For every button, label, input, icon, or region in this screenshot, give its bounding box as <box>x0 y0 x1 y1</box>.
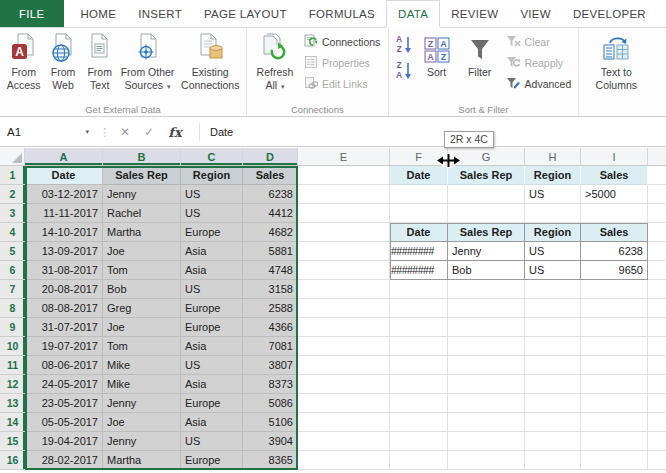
column-header-B[interactable]: B <box>103 148 181 166</box>
tab-formulas[interactable]: FORMULAS <box>298 0 386 27</box>
cell-B1[interactable]: Sales Rep <box>103 166 181 185</box>
cell-J8[interactable] <box>648 299 666 318</box>
cell-E13[interactable] <box>298 394 390 413</box>
row-header-9[interactable]: 9 <box>0 318 25 337</box>
column-header-I[interactable]: I <box>581 148 648 166</box>
cell-E16[interactable] <box>298 451 390 470</box>
cell-J13[interactable] <box>648 394 666 413</box>
cell-D10[interactable]: 7081 <box>243 337 298 356</box>
cell-J15[interactable] <box>648 432 666 451</box>
cell-H9[interactable] <box>525 318 581 337</box>
from-text-button[interactable]: From Text <box>82 29 118 92</box>
cell-J3[interactable] <box>648 204 666 223</box>
row-header-14[interactable]: 14 <box>0 413 25 432</box>
cell-D13[interactable]: 5086 <box>243 394 298 413</box>
cell-A7[interactable]: 20-08-2017 <box>25 280 103 299</box>
from-other-sources-button[interactable]: From Other Sources ▾ <box>118 29 178 92</box>
cell-D1[interactable]: Sales <box>243 166 298 185</box>
cell-E2[interactable] <box>298 185 390 204</box>
cell-E4[interactable] <box>298 223 390 242</box>
from-web-button[interactable]: From Web <box>44 29 82 92</box>
cell-D4[interactable]: 4682 <box>243 223 298 242</box>
cell-F11[interactable] <box>390 356 448 375</box>
cell-D16[interactable]: 8365 <box>243 451 298 470</box>
formula-bar-sizer[interactable]: ⋮ <box>96 126 113 139</box>
cell-G14[interactable] <box>448 413 525 432</box>
cell-F12[interactable] <box>390 375 448 394</box>
sort-ascending-button[interactable]: AZ <box>392 32 416 56</box>
cell-I6[interactable]: 9650 <box>581 261 648 280</box>
cell-E3[interactable] <box>298 204 390 223</box>
edit-links-button[interactable]: Edit Links <box>300 73 384 94</box>
filter-button[interactable]: Filter <box>458 29 502 79</box>
row-header-8[interactable]: 8 <box>0 299 25 318</box>
cell-C6[interactable]: Asia <box>181 261 243 280</box>
name-box-caret-icon[interactable]: ▾ <box>85 128 89 136</box>
cell-A14[interactable]: 05-05-2017 <box>25 413 103 432</box>
cell-H3[interactable] <box>525 204 581 223</box>
cell-A9[interactable]: 31-07-2017 <box>25 318 103 337</box>
tab-review[interactable]: REVIEW <box>440 0 509 27</box>
cell-F3[interactable] <box>390 204 448 223</box>
cell-I15[interactable] <box>581 432 648 451</box>
cell-I9[interactable] <box>581 318 648 337</box>
cell-G9[interactable] <box>448 318 525 337</box>
cell-D15[interactable]: 3904 <box>243 432 298 451</box>
column-header-H[interactable]: H <box>525 148 581 166</box>
cell-H8[interactable] <box>525 299 581 318</box>
tab-insert[interactable]: INSERT <box>127 0 193 27</box>
enter-button[interactable]: ✓ <box>137 125 161 139</box>
tab-file[interactable]: FILE <box>0 0 64 27</box>
cell-E12[interactable] <box>298 375 390 394</box>
cell-F5[interactable]: ######## <box>390 242 448 261</box>
cell-J12[interactable] <box>648 375 666 394</box>
cell-B6[interactable]: Tom <box>103 261 181 280</box>
cell-J7[interactable] <box>648 280 666 299</box>
refresh-all-button[interactable]: Refresh All ▾ <box>250 29 300 92</box>
cell-D8[interactable]: 2588 <box>243 299 298 318</box>
cell-B5[interactable]: Joe <box>103 242 181 261</box>
cell-E6[interactable] <box>298 261 390 280</box>
cell-H10[interactable] <box>525 337 581 356</box>
row-header-16[interactable]: 16 <box>0 451 25 470</box>
cell-I7[interactable] <box>581 280 648 299</box>
cell-A4[interactable]: 14-10-2017 <box>25 223 103 242</box>
name-box[interactable]: A1 ▾ <box>0 118 96 146</box>
cell-H7[interactable] <box>525 280 581 299</box>
cell-I10[interactable] <box>581 337 648 356</box>
cell-B16[interactable]: Martha <box>103 451 181 470</box>
cell-B7[interactable]: Bob <box>103 280 181 299</box>
column-header-A[interactable]: A <box>25 148 103 166</box>
column-header-E[interactable]: E <box>298 148 390 166</box>
cell-I1[interactable]: Sales <box>581 166 648 185</box>
cell-D9[interactable]: 4366 <box>243 318 298 337</box>
cell-E8[interactable] <box>298 299 390 318</box>
cell-G13[interactable] <box>448 394 525 413</box>
cell-A16[interactable]: 28-02-2017 <box>25 451 103 470</box>
sort-descending-button[interactable]: ZA <box>392 58 416 82</box>
cell-A8[interactable]: 08-08-2017 <box>25 299 103 318</box>
tab-developer[interactable]: DEVELOPER <box>562 0 657 27</box>
row-header-7[interactable]: 7 <box>0 280 25 299</box>
cell-A12[interactable]: 24-05-2017 <box>25 375 103 394</box>
advanced-filter-button[interactable]: Advanced <box>502 73 576 94</box>
row-header-1[interactable]: 1 <box>0 166 25 185</box>
cell-J4[interactable] <box>648 223 666 242</box>
cell-F16[interactable] <box>390 451 448 470</box>
cell-H11[interactable] <box>525 356 581 375</box>
cell-E11[interactable] <box>298 356 390 375</box>
cell-A15[interactable]: 19-04-2017 <box>25 432 103 451</box>
cell-D7[interactable]: 3158 <box>243 280 298 299</box>
cell-I3[interactable] <box>581 204 648 223</box>
tab-page-layout[interactable]: PAGE LAYOUT <box>193 0 298 27</box>
cell-F10[interactable] <box>390 337 448 356</box>
tab-po[interactable]: PO <box>657 0 666 27</box>
cell-C15[interactable]: US <box>181 432 243 451</box>
cell-C14[interactable]: Asia <box>181 413 243 432</box>
cell-B12[interactable]: Mike <box>103 375 181 394</box>
cell-F7[interactable] <box>390 280 448 299</box>
row-header-12[interactable]: 12 <box>0 375 25 394</box>
cell-A1[interactable]: Date <box>25 166 103 185</box>
cell-G16[interactable] <box>448 451 525 470</box>
cell-C8[interactable]: Europe <box>181 299 243 318</box>
